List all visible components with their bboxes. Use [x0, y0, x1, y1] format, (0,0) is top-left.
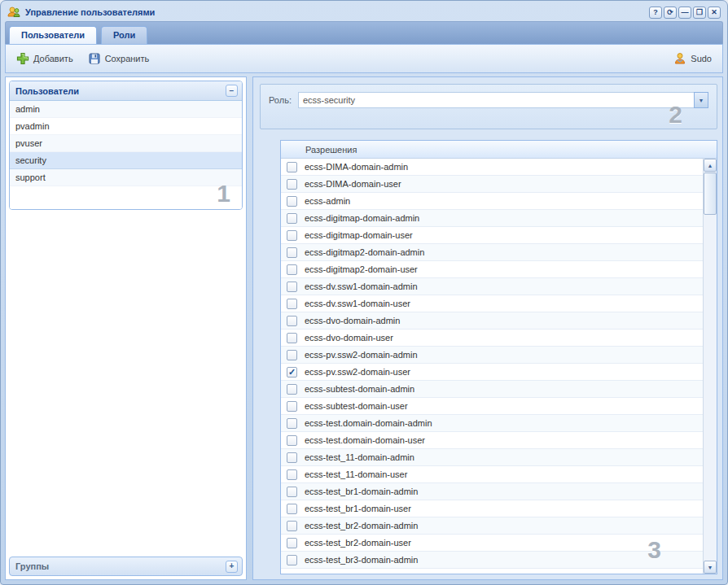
minimize-button[interactable]: — [678, 7, 691, 19]
permission-checkbox[interactable] [287, 213, 297, 224]
permission-row[interactable]: ecss-dv.ssw1-domain-admin [281, 278, 703, 295]
permission-checkbox[interactable] [287, 504, 297, 514]
tab-bar: Пользователи Роли [5, 21, 723, 44]
toolbar: Добавить Сохранить Sud [5, 44, 723, 73]
permission-checkbox[interactable] [287, 469, 297, 480]
tab-users-label: Пользователи [21, 30, 85, 40]
sudo-button-label: Sudo [691, 54, 712, 63]
permission-checkbox[interactable] [287, 264, 297, 275]
permission-row[interactable]: ecss-DIMA-domain-user [281, 176, 703, 193]
permission-checkbox[interactable] [287, 282, 297, 292]
permission-name: ecss-DIMA-domain-admin [305, 162, 408, 172]
maximize-button[interactable]: ❐ [693, 7, 706, 19]
permission-name: ecss-digitmap-domain-user [305, 230, 413, 240]
role-combobox-value[interactable]: ecss-security [298, 92, 694, 108]
permission-checkbox[interactable] [287, 521, 297, 531]
user-list-item[interactable]: support [10, 169, 242, 186]
permission-row[interactable]: ecss-test_11-domain-user [281, 466, 703, 483]
permission-checkbox[interactable] [287, 162, 297, 172]
permission-row[interactable]: ecss-test_br2-domain-user [281, 535, 703, 552]
user-list-item[interactable]: admin [10, 101, 242, 118]
expand-groups-button[interactable]: + [226, 561, 238, 573]
permission-checkbox[interactable] [287, 179, 297, 190]
permission-row[interactable]: ecss-test_br2-domain-admin [281, 517, 703, 535]
permission-name: ecss-digitmap-domain-admin [305, 213, 419, 223]
permission-checkbox[interactable] [287, 538, 297, 548]
save-button[interactable]: Сохранить [81, 48, 156, 69]
permission-row[interactable]: ecss-admin [281, 193, 703, 210]
permission-name: ecss-admin [305, 196, 350, 206]
permission-checkbox[interactable] [287, 316, 297, 326]
titlebar: Управление пользователями ? ⟳ — ❐ ✕ [5, 3, 723, 21]
permission-row[interactable]: ecss-digitmap2-domain-user [281, 261, 703, 278]
permission-checkbox[interactable] [287, 487, 297, 497]
permission-name: ecss-pv.ssw2-domain-user [305, 367, 410, 377]
permission-row[interactable]: ecss-test_11-domain-admin [281, 449, 703, 466]
permission-row[interactable]: ecss-dvo-domain-admin [281, 312, 703, 330]
users-panel-title: Пользователи [15, 86, 79, 96]
permission-checkbox[interactable] [287, 435, 297, 446]
permission-name: ecss-digitmap2-domain-admin [305, 247, 424, 257]
permission-name: ecss-test_br1-domain-admin [305, 487, 418, 496]
permission-row[interactable]: ecss-test.domain-domain-user [281, 432, 703, 449]
role-combobox[interactable]: ecss-security ▼ [298, 92, 708, 108]
permission-checkbox[interactable] [287, 350, 297, 360]
permission-name: ecss-test.domain-domain-user [305, 435, 425, 445]
permission-checkbox[interactable] [287, 196, 297, 207]
panel-splitter[interactable] [247, 76, 252, 580]
chevron-down-icon[interactable]: ▼ [694, 92, 708, 108]
collapse-users-button[interactable]: − [226, 85, 238, 97]
groups-collapsed-panel[interactable]: Группы + [9, 557, 243, 576]
add-button[interactable]: Добавить [10, 48, 80, 69]
permission-row[interactable]: ecss-pv.ssw2-domain-user [281, 364, 703, 381]
tab-roles-label: Роли [113, 30, 135, 40]
permission-row[interactable]: ecss-digitmap2-domain-admin [281, 244, 703, 261]
users-panel: Пользователи − admin pvadmin pvuser secu… [9, 81, 243, 210]
right-panel: Роль: ecss-security ▼ 2 Разрешения ecss-… [252, 76, 723, 580]
permission-checkbox[interactable] [287, 230, 297, 241]
permission-name: ecss-test_br2-domain-user [305, 538, 411, 548]
permission-name: ecss-test.domain-domain-admin [305, 418, 432, 428]
permission-checkbox[interactable] [287, 418, 297, 429]
permission-row[interactable]: ecss-digitmap-domain-user [281, 227, 703, 244]
permission-checkbox[interactable] [287, 299, 297, 309]
permission-row[interactable]: ecss-dv.ssw1-domain-user [281, 295, 703, 312]
permission-checkbox[interactable] [287, 401, 297, 412]
permission-checkbox[interactable] [287, 247, 297, 258]
permission-checkbox[interactable] [287, 452, 297, 463]
scroll-down-icon[interactable]: ▼ [704, 561, 717, 574]
permission-row[interactable]: ecss-subtest-domain-admin [281, 381, 703, 398]
refresh-button[interactable]: ⟳ [664, 7, 677, 19]
permission-row[interactable]: ecss-pv.ssw2-domain-admin [281, 347, 703, 364]
vertical-scrollbar[interactable]: ▲ ▼ [703, 159, 717, 574]
permission-checkbox[interactable] [287, 384, 297, 395]
permission-row[interactable]: ecss-test_br1-domain-admin [281, 483, 703, 500]
tab-roles[interactable]: Роли [101, 26, 147, 44]
user-list-item[interactable]: pvadmin [10, 118, 242, 135]
permission-row[interactable]: ecss-subtest-domain-user [281, 398, 703, 415]
permission-row[interactable]: ecss-test_br1-domain-user [281, 500, 703, 517]
permission-checkbox[interactable] [287, 367, 297, 378]
close-button[interactable]: ✕ [708, 7, 721, 19]
permission-checkbox[interactable] [287, 333, 297, 343]
window-title: Управление пользователями [25, 7, 155, 17]
role-fieldset: Роль: ecss-security ▼ 2 [260, 84, 717, 129]
sudo-button[interactable]: Sudo [667, 48, 718, 69]
permission-name: ecss-pv.ssw2-domain-admin [305, 350, 418, 360]
permission-row[interactable]: ecss-test.domain-domain-admin [281, 415, 703, 432]
tab-users[interactable]: Пользователи [9, 26, 97, 44]
permission-checkbox[interactable] [287, 555, 297, 565]
scrollbar-thumb[interactable] [704, 172, 717, 215]
permissions-column-header[interactable]: Разрешения [281, 141, 717, 159]
help-button[interactable]: ? [649, 7, 662, 19]
permission-name: ecss-test_br1-domain-user [305, 504, 411, 513]
scroll-up-icon[interactable]: ▲ [704, 159, 717, 172]
permissions-grid: Разрешения ecss-DIMA-domain-admin ecss-D… [280, 140, 717, 574]
permission-row[interactable]: ecss-test_br3-domain-admin [281, 552, 703, 569]
permission-row[interactable]: ecss-digitmap-domain-admin [281, 210, 703, 227]
permission-row[interactable]: ecss-DIMA-domain-admin [281, 159, 703, 176]
user-list-item[interactable]: security [10, 152, 242, 169]
permission-row[interactable]: ecss-dvo-domain-user [281, 330, 703, 347]
user-list-item[interactable]: pvuser [10, 135, 242, 152]
users-app-icon [7, 6, 20, 19]
